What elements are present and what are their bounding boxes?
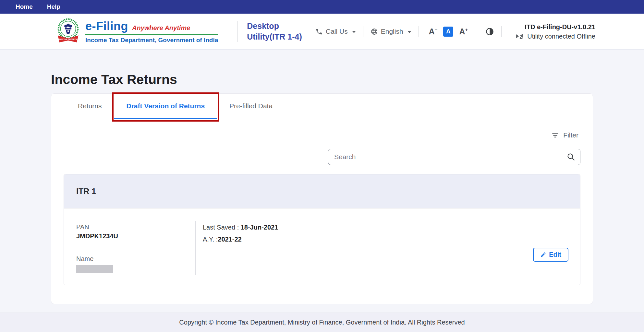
font-increase-letter: A [459,27,465,36]
last-saved-label: Last Saved : [203,224,241,231]
nav-help[interactable]: Help [47,3,60,10]
brand-name: e-Filing [85,19,128,33]
app-title-line2: Utility(ITR 1-4) [247,31,302,42]
chevron-down-icon [352,31,356,33]
logo-text: e-Filing Anywhere Anytime Income Tax Dep… [85,19,218,44]
pan-value: JMDPK1234U [76,231,183,241]
itr-draft-card: ITR 1 PAN JMDPK1234U Name Last Saved : 1… [64,174,580,285]
redacted-name-value [76,265,113,273]
header-divider [501,26,502,37]
brand-tagline: Anywhere Anytime [132,24,190,32]
header-divider [478,26,478,37]
tab-returns[interactable]: Returns [66,94,114,119]
version-block: ITD e-Filing-DU-v1.0.21 Utility connecte… [515,23,595,41]
language-label: English [381,28,403,35]
name-label: Name [76,255,183,263]
efiling-logo: INCOME TAX DEPARTMENT e-Filing Anywhere … [55,17,218,46]
header-divider [419,26,419,37]
tab-label: Draft Version of Returns [127,102,205,110]
income-tax-emblem-icon: INCOME TAX DEPARTMENT [55,17,81,46]
search-row [64,149,580,165]
pencil-icon [540,252,546,258]
app-title-line1: Desktop [247,21,302,31]
returns-panel: Returns Draft Version of Returns Pre-fil… [51,93,593,304]
itr-card-title: ITR 1 [76,187,96,196]
network-offline-icon [515,33,524,40]
pan-name-column: PAN JMDPK1234U Name [76,223,183,273]
page-footer: Copyright © Income Tax Department, Minis… [0,313,644,332]
filter-row: Filter [66,131,578,139]
app-version: ITD e-Filing-DU-v1.0.21 [515,23,595,31]
brand-divider [85,34,218,35]
contrast-toggle-button[interactable] [485,27,494,36]
tab-draft-version-of-returns[interactable]: Draft Version of Returns [114,94,217,119]
last-saved-value: 18-Jun-2021 [241,224,278,231]
phone-icon [315,28,323,35]
search-input[interactable] [328,149,580,165]
contrast-icon [485,27,494,36]
emblem-banner-text: INCOME TAX DEPARTMENT [55,38,81,40]
app-header: INCOME TAX DEPARTMENT e-Filing Anywhere … [0,14,644,49]
itr-card-header: ITR 1 [64,174,580,208]
call-us-button[interactable]: Call Us [315,28,356,35]
connection-status-label: Utility connected Offline [527,32,595,41]
filter-lines-icon [551,131,559,139]
card-column-divider [195,221,196,275]
tab-bar: Returns Draft Version of Returns Pre-fil… [64,94,580,119]
language-selector[interactable]: English [371,28,411,35]
connection-status: Utility connected Offline [515,32,595,41]
main-content: Income Tax Returns Returns Draft Version… [0,72,644,304]
font-increase-sign: + [465,27,468,32]
tab-prefilled-data[interactable]: Pre-filled Data [217,94,285,119]
page-title: Income Tax Returns [51,72,593,87]
copyright-text: Copyright © Income Tax Department, Minis… [179,319,465,326]
filter-button[interactable]: Filter [551,131,578,139]
nav-home[interactable]: Home [16,3,33,10]
font-default-button[interactable]: A [443,27,453,37]
font-decrease-button[interactable]: A− [429,27,438,36]
font-decrease-sign: − [435,27,438,32]
top-navbar: Home Help [0,0,644,14]
assessment-year-label: A.Y. : [203,236,218,243]
font-default-letter: A [446,28,451,35]
header-divider [363,26,363,37]
globe-icon [371,28,378,35]
chevron-down-icon [407,31,411,33]
font-increase-button[interactable]: A+ [459,27,468,36]
search-button[interactable] [566,152,575,162]
app-root: Home Help INCOME TAX DEPARTMENT [0,0,644,304]
font-decrease-letter: A [429,27,435,36]
call-us-label: Call Us [326,28,348,35]
edit-button-label: Edit [549,251,561,258]
saved-info-column: Last Saved : 18-Jun-2021 A.Y. :2021-22 [203,223,278,247]
magnifier-icon [566,152,575,161]
last-saved-row: Last Saved : 18-Jun-2021 [203,223,278,232]
assessment-year-value: 2021-22 [218,236,241,243]
header-controls: Call Us English A− A A+ [315,23,595,41]
assessment-year-row: A.Y. :2021-22 [203,235,278,244]
header-divider [237,21,238,42]
search-box [328,149,580,165]
itr-card-body: PAN JMDPK1234U Name Last Saved : 18-Jun-… [64,208,580,285]
brand-subtitle: Income Tax Department, Government of Ind… [85,37,218,44]
edit-button[interactable]: Edit [533,248,568,262]
filter-label: Filter [563,131,578,139]
pan-label: PAN [76,223,183,231]
app-title: Desktop Utility(ITR 1-4) [247,21,302,42]
